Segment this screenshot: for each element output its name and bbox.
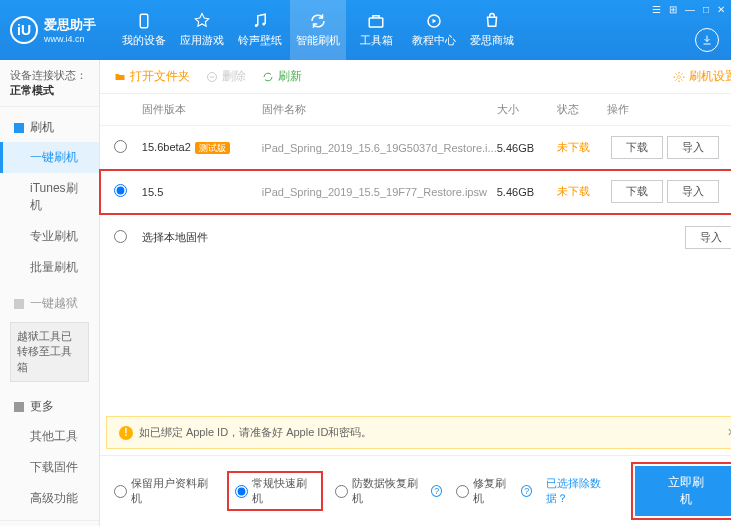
app-title: 爱思助手 [44, 16, 96, 34]
firmware-row[interactable]: 15.5 iPad_Spring_2019_15.5_19F77_Restore… [100, 170, 731, 214]
nav-ringtones[interactable]: 铃声壁纸 [232, 0, 288, 60]
firmware-radio[interactable] [114, 184, 127, 197]
sidebar-item-advanced[interactable]: 高级功能 [0, 483, 99, 514]
warning-icon: ! [119, 426, 133, 440]
info-icon[interactable]: ? [521, 485, 532, 497]
delete-button: 删除 [206, 68, 246, 85]
svg-point-6 [677, 75, 680, 78]
appleid-alert: ! 如已绑定 Apple ID，请准备好 Apple ID和密码。 ✕ [106, 416, 731, 449]
sidebar-item-batch[interactable]: 批量刷机 [0, 252, 99, 283]
minimize-icon[interactable]: — [685, 4, 695, 15]
flash-options: 保留用户资料刷机 常规快速刷机 防数据恢复刷机? 修复刷机? 已选择除数据？ 立… [100, 455, 731, 526]
flash-settings-button[interactable]: 刷机设置 [673, 68, 731, 85]
nav-toolbox[interactable]: 工具箱 [348, 0, 404, 60]
opt-normal[interactable]: 常规快速刷机 [229, 473, 321, 509]
main-content: 打开文件夹 删除 刷新 刷机设置 固件版本 固件名称 大小 状态 操作 15.6… [100, 60, 731, 526]
import-button[interactable]: 导入 [667, 180, 719, 203]
main-nav: 我的设备 应用游戏 铃声壁纸 智能刷机 工具箱 教程中心 爱思商城 [116, 0, 520, 60]
exclude-data-link[interactable]: 已选择除数据？ [546, 476, 620, 506]
sidebar-item-othertools[interactable]: 其他工具 [0, 421, 99, 452]
svg-point-1 [255, 24, 258, 27]
flash-now-button[interactable]: 立即刷机 [635, 466, 731, 516]
svg-rect-0 [140, 14, 148, 28]
sidebar: 设备连接状态：正常模式 刷机 一键刷机 iTunes刷机 专业刷机 批量刷机 一… [0, 60, 100, 526]
connection-status: 设备连接状态：正常模式 [0, 60, 99, 107]
opt-antirecovery[interactable]: 防数据恢复刷机? [335, 476, 443, 506]
nav-my-device[interactable]: 我的设备 [116, 0, 172, 60]
sidebar-group-more[interactable]: 更多 [0, 392, 99, 421]
sidebar-item-oneclick[interactable]: 一键刷机 [0, 142, 99, 173]
sidebar-group-flash[interactable]: 刷机 [0, 113, 99, 142]
logo: iU 爱思助手 www.i4.cn [10, 16, 96, 44]
opt-repair[interactable]: 修复刷机? [456, 476, 532, 506]
beta-tag: 测试版 [195, 142, 230, 154]
maximize-icon[interactable]: □ [703, 4, 709, 15]
sidebar-item-itunes[interactable]: iTunes刷机 [0, 173, 99, 221]
logo-icon: iU [10, 16, 38, 44]
alert-close-icon[interactable]: ✕ [727, 426, 731, 439]
table-header: 固件版本 固件名称 大小 状态 操作 [100, 94, 731, 126]
window-controls: ☰ ⊞ — □ ✕ [652, 4, 725, 15]
firmware-radio[interactable] [114, 230, 127, 243]
nav-apps[interactable]: 应用游戏 [174, 0, 230, 60]
firmware-row[interactable]: 15.6beta2测试版 iPad_Spring_2019_15.6_19G50… [100, 126, 731, 170]
sidebar-group-jailbreak[interactable]: 一键越狱 [0, 289, 99, 318]
square-icon [14, 123, 24, 133]
opt-keep-data[interactable]: 保留用户资料刷机 [114, 476, 215, 506]
svg-point-2 [262, 23, 265, 26]
import-button[interactable]: 导入 [685, 226, 731, 249]
import-button[interactable]: 导入 [667, 136, 719, 159]
close-icon[interactable]: ✕ [717, 4, 725, 15]
local-firmware-row[interactable]: 选择本地固件 导入 [100, 214, 731, 261]
lock-icon [14, 299, 24, 309]
toolbar: 打开文件夹 删除 刷新 刷机设置 [100, 60, 731, 94]
nav-flash[interactable]: 智能刷机 [290, 0, 346, 60]
sidebar-item-download[interactable]: 下载固件 [0, 452, 99, 483]
download-button[interactable]: 下载 [611, 180, 663, 203]
app-url: www.i4.cn [44, 34, 96, 44]
firmware-radio[interactable] [114, 140, 127, 153]
open-folder-button[interactable]: 打开文件夹 [114, 68, 190, 85]
jailbreak-note: 越狱工具已转移至工具箱 [10, 322, 89, 382]
info-icon[interactable]: ? [431, 485, 443, 497]
menu-icon[interactable]: ☰ [652, 4, 661, 15]
tile-icon[interactable]: ⊞ [669, 4, 677, 15]
refresh-button[interactable]: 刷新 [262, 68, 302, 85]
svg-rect-3 [369, 18, 383, 27]
download-button[interactable]: 下载 [611, 136, 663, 159]
sidebar-item-pro[interactable]: 专业刷机 [0, 221, 99, 252]
download-button[interactable] [695, 28, 719, 52]
nav-tutorials[interactable]: 教程中心 [406, 0, 462, 60]
square-icon [14, 402, 24, 412]
app-header: iU 爱思助手 www.i4.cn 我的设备 应用游戏 铃声壁纸 智能刷机 工具… [0, 0, 731, 60]
nav-store[interactable]: 爱思商城 [464, 0, 520, 60]
